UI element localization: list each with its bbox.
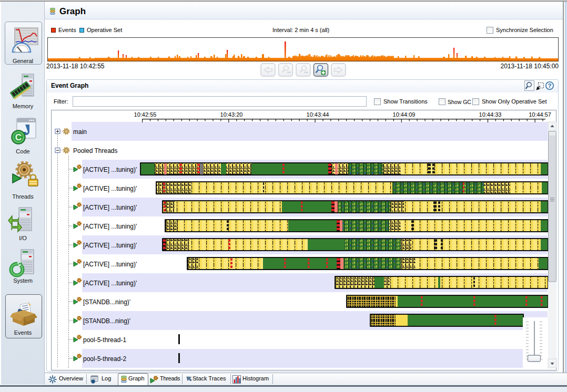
svg-text:[ACTIVE] ...tuning)': [ACTIVE] ...tuning)' — [83, 261, 137, 268]
svg-text:[ACTIVE] ...tuning)': [ACTIVE] ...tuning)' — [83, 242, 137, 249]
svg-text:[ACTIVE] ...tuning)': [ACTIVE] ...tuning)' — [83, 204, 137, 211]
svg-text:Pooled Threads: Pooled Threads — [73, 147, 118, 154]
svg-text:[ACTIVE] ...tuning)': [ACTIVE] ...tuning)' — [83, 223, 137, 230]
svg-text:10:43:44: 10:43:44 — [307, 111, 329, 118]
svg-text:10:42:55: 10:42:55 — [134, 111, 157, 118]
svg-text:[ACTIVE] ...tuning)': [ACTIVE] ...tuning)' — [83, 166, 137, 173]
svg-text:[STANDB...ning)': [STANDB...ning)' — [83, 317, 130, 325]
svg-text:pool-5-thread-1: pool-5-thread-1 — [83, 336, 126, 344]
svg-text:[ACTIVE] ...tuning)': [ACTIVE] ...tuning)' — [83, 185, 137, 192]
svg-text:[ACTIVE] ...tuning)': [ACTIVE] ...tuning)' — [83, 280, 137, 287]
svg-text:10:44:57: 10:44:57 — [529, 111, 551, 118]
svg-text:10:43:20: 10:43:20 — [220, 111, 243, 118]
svg-text:pool-5-thread-2: pool-5-thread-2 — [83, 355, 126, 363]
svg-text:main: main — [73, 128, 87, 136]
svg-text:10:44:09: 10:44:09 — [393, 111, 416, 118]
svg-text:10:44:33: 10:44:33 — [479, 111, 502, 118]
svg-text:[STANDB...ning)': [STANDB...ning)' — [83, 298, 130, 306]
